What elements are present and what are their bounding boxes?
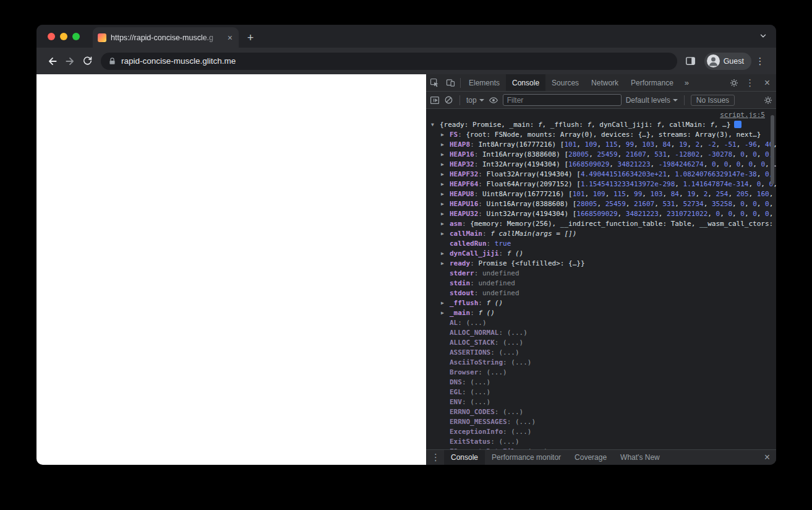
console-sidebar-toggle-icon[interactable] [430,95,440,105]
property-name: calledRun [450,240,487,248]
address-bar[interactable]: rapid-concise-muscle.glitch.me [101,53,677,70]
tab-search-chevron-icon[interactable] [759,32,767,40]
property-value[interactable]: (...) [470,388,490,396]
property-name: _fflush [450,299,478,307]
content-area: ElementsConsoleSourcesNetworkPerformance… [36,74,776,465]
console-source-link[interactable]: script.js:5 [720,111,765,119]
devtools-tab-performance[interactable]: Performance [625,74,680,91]
disclosure-triangle-icon[interactable]: ▶ [441,219,450,229]
disclosure-triangle-icon[interactable]: ▶ [441,308,450,318]
close-window-button[interactable] [48,33,55,40]
property-value[interactable]: (...) [511,358,531,366]
disclosure-triangle-icon[interactable]: ▼ [431,120,440,130]
tab-close-icon[interactable]: × [226,33,234,42]
devtools-tab-sources[interactable]: Sources [545,74,585,91]
traffic-lights [48,33,80,40]
devtools-menu-icon[interactable]: ⋮ [742,74,758,91]
console-settings-gear-icon[interactable] [764,96,772,105]
drawer-tab-coverage[interactable]: Coverage [568,450,613,465]
drawer-tab-performance-monitor[interactable]: Performance monitor [485,450,568,465]
property-value[interactable]: (...) [498,438,519,446]
property-value[interactable]: (...) [470,378,490,386]
devtools-panel: ElementsConsoleSourcesNetworkPerformance… [426,74,776,465]
property-value[interactable]: (...) [511,428,531,436]
minimize-window-button[interactable] [60,33,67,40]
drawer-tabs: ConsolePerformance monitorCoverageWhat's… [444,450,667,465]
disclosure-triangle-icon[interactable]: ▶ [441,199,450,209]
execution-context-selector[interactable]: top [466,96,484,105]
profile-chip[interactable]: Guest [704,53,751,70]
forward-button[interactable] [61,53,79,70]
property-value[interactable]: (...) [515,418,536,426]
disclosure-triangle-icon[interactable]: ▶ [441,298,450,308]
property-value[interactable]: (...) [503,408,523,416]
property-value: Int32Array(4194304) [1668509029, 3482122… [482,160,776,168]
console-row: ▶HEAP32: Int32Array(4194304) [1668509029… [426,160,776,170]
issues-button[interactable]: No Issues [691,95,735,106]
disclosure-triangle-icon[interactable]: ▶ [441,249,450,259]
devtools-tab-elements[interactable]: Elements [463,74,506,91]
log-levels-selector[interactable]: Default levels [626,96,678,105]
property-value: f () [478,309,495,317]
property-value: Uint16Array(8388608) [28005, 25459, 2160… [487,200,776,208]
console-toolbar: top Default levels No Issues [426,92,776,109]
property-value[interactable]: (...) [503,339,523,347]
console-row: AL: (...) [426,318,776,328]
disclosure-triangle-icon[interactable]: ▶ [441,160,450,170]
disclosure-triangle-icon[interactable]: ▶ [441,179,450,189]
console-row: ENV: (...) [426,397,776,407]
property-value: true [495,240,511,248]
devtools-tab-network[interactable]: Network [585,74,625,91]
drawer-menu-icon[interactable]: ⋮ [426,452,444,463]
disclosure-triangle-icon[interactable]: ▶ [441,150,450,160]
clear-console-icon[interactable] [444,95,453,105]
console-row: ▶HEAPF32: Float32Array(4194304) [4.49044… [426,170,776,179]
console-messages: script.js:5 ▼{ready: Promise, _main: f, … [426,109,776,449]
property-value[interactable]: (...) [528,447,548,449]
new-tab-button[interactable]: + [242,30,259,46]
inspect-element-icon[interactable] [426,74,442,91]
console-row: ▼{ready: Promise, _main: f, _fflush: f, … [426,120,776,130]
property-value[interactable]: (...) [498,348,519,357]
browser-tab[interactable]: https://rapid-concise-muscle.g × [93,27,239,48]
drawer-tab-what-s-new[interactable]: What's New [613,450,667,465]
console-scrollbar[interactable] [771,115,774,184]
device-toolbar-icon[interactable] [442,74,458,91]
console-filter-input[interactable] [503,94,622,106]
console-row: calledRun: true [426,239,776,249]
property-name: AsciiToString [450,358,503,366]
devtools-close-icon[interactable]: × [758,77,776,89]
console-object-icon[interactable] [734,121,741,128]
disclosure-triangle-icon[interactable]: ▶ [441,130,450,140]
property-value[interactable]: (...) [470,398,490,406]
disclosure-triangle-icon[interactable]: ▶ [441,229,450,239]
disclosure-triangle-icon[interactable]: ▶ [441,140,450,150]
back-button[interactable] [44,53,61,70]
reload-button[interactable] [79,53,96,70]
drawer-close-icon[interactable]: × [758,452,776,463]
property-value[interactable]: (...) [466,319,487,327]
zoom-window-button[interactable] [72,33,80,40]
disclosure-triangle-icon[interactable]: ▶ [441,209,450,219]
disclosure-triangle-icon[interactable]: ▶ [441,170,450,179]
devtools-tab-console[interactable]: Console [506,74,545,91]
more-tabs-icon[interactable]: » [680,78,694,87]
console-row: ▶callMain: f callMain(args = []) [426,229,776,239]
drawer-tab-console[interactable]: Console [444,450,485,465]
divider [684,95,685,105]
tab-favicon [98,33,106,42]
side-panel-icon[interactable] [682,53,699,70]
property-value[interactable]: (...) [507,329,528,337]
panel-settings-gear-icon[interactable] [726,74,742,91]
chevron-down-icon [479,99,484,102]
browser-window: https://rapid-concise-muscle.g × + [36,25,776,465]
property-value[interactable]: (...) [487,368,507,376]
guest-avatar-icon [707,54,720,67]
disclosure-triangle-icon[interactable]: ▶ [441,259,450,269]
live-expression-eye-icon[interactable] [489,95,498,105]
browser-menu-icon[interactable]: ⋮ [751,53,769,70]
property-value: Float32Array(4194304) [4.490441516634203… [487,170,776,178]
disclosure-triangle-icon[interactable]: ▶ [441,189,450,199]
screen: https://rapid-concise-muscle.g × + [0,0,812,510]
page-content[interactable] [36,74,426,465]
